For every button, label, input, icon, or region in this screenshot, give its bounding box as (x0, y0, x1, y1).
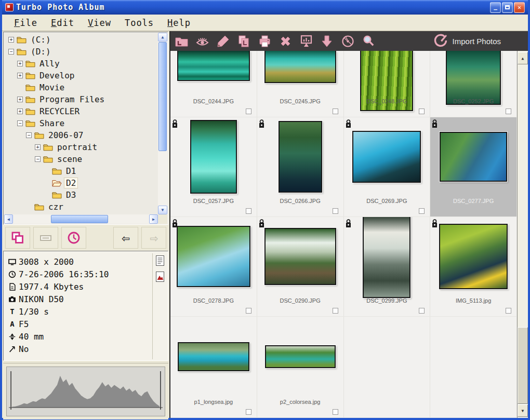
photo-thumbnail[interactable] (446, 51, 501, 105)
tree-expander[interactable]: − (35, 156, 41, 162)
photo-cell[interactable]: DSC_0278.JPG (170, 217, 257, 316)
tree-expander[interactable]: + (17, 109, 23, 114)
photo-thumbnail[interactable] (279, 121, 322, 193)
photo-cell[interactable]: DSC_0266.JPG (257, 117, 344, 216)
tree-item-portrait[interactable]: +portrait (4, 141, 158, 153)
tree-item-recycler[interactable]: +RECYCLER (4, 105, 158, 117)
photo-thumbnail[interactable] (439, 224, 508, 289)
scroll-down-button[interactable]: ▼ (158, 206, 167, 214)
tree-expander[interactable]: − (8, 49, 14, 55)
scroll-left-button[interactable]: ◀ (4, 214, 13, 224)
photo-cell[interactable]: DSC_0245.JPG (257, 51, 344, 117)
tree-item--d-[interactable]: −(D:) (4, 46, 158, 58)
photo-checkbox[interactable] (333, 308, 338, 314)
tree-expander[interactable]: − (17, 120, 23, 126)
tree-expander[interactable]: + (17, 97, 23, 102)
tree-item-2006-07[interactable]: −2006-07 (4, 129, 158, 141)
new-folder-icon[interactable] (175, 34, 189, 48)
photo-thumbnail[interactable] (177, 226, 250, 287)
photo-cell[interactable]: p1_longsea.jpg (170, 317, 257, 417)
back-button[interactable]: ⇦ (113, 227, 138, 249)
image-info-button[interactable] (155, 270, 165, 283)
photo-cell[interactable]: DSC_0252.JPG (430, 51, 517, 117)
search-magnifier-icon[interactable] (362, 34, 376, 48)
scroll-thumb[interactable] (51, 215, 108, 223)
photo-cell[interactable]: p2_colorsea.jpg (257, 317, 344, 417)
photo-thumbnail[interactable] (177, 51, 250, 81)
tree-item-program-files[interactable]: +Program Files (4, 93, 158, 105)
slideshow-icon[interactable] (299, 34, 313, 48)
tree-vertical-scrollbar[interactable]: ▲ ▼ (158, 33, 167, 214)
edit-pencil-icon[interactable] (216, 34, 230, 48)
photo-checkbox[interactable] (333, 208, 338, 214)
photo-thumbnail[interactable] (264, 51, 336, 83)
tree-expander[interactable]: + (8, 37, 14, 43)
tree-expander[interactable]: − (26, 132, 32, 138)
tree-item-share[interactable]: −Share (4, 117, 158, 129)
menu-item-tools[interactable]: Tools (118, 16, 161, 30)
photo-thumbnail[interactable] (178, 342, 249, 371)
menu-item-edit[interactable]: Edit (44, 16, 81, 30)
sort-by-time-button[interactable] (61, 227, 86, 249)
tree-item-ally[interactable]: +Ally (4, 58, 158, 70)
tree-expander[interactable]: + (17, 73, 23, 78)
scroll-up-button[interactable]: ▲ (158, 33, 167, 42)
photo-checkbox[interactable] (246, 109, 251, 114)
tree-item-d2[interactable]: D2 (4, 177, 158, 189)
tree-expander[interactable]: + (35, 144, 41, 150)
import-photos-button[interactable]: Import Photos (432, 33, 501, 50)
photo-checkbox[interactable] (506, 308, 511, 314)
photo-thumbnail[interactable] (190, 120, 237, 194)
tree-item-scene[interactable]: −scene (4, 153, 158, 165)
minimize-button[interactable]: — (490, 2, 501, 13)
photo-cell[interactable]: DSC_0277.JPG (430, 117, 517, 216)
photo-cell[interactable]: DSC_0290.JPG (257, 217, 344, 316)
photo-checkbox[interactable] (333, 109, 338, 114)
tree-item-develop[interactable]: +Develop (4, 70, 158, 82)
view-eye-icon[interactable] (195, 34, 209, 48)
photo-checkbox[interactable] (419, 308, 425, 314)
photo-cell[interactable]: IMG_5113.jpg (430, 217, 517, 316)
tree-item--c-[interactable]: +(C:) (4, 34, 158, 46)
disc-icon[interactable] (341, 34, 355, 48)
tree-item-czr[interactable]: czr (4, 201, 158, 213)
photo-thumbnail[interactable] (352, 131, 421, 183)
tree-item-movie[interactable]: Movie (4, 82, 158, 93)
scroll-thumb[interactable] (518, 327, 528, 404)
grid-vertical-scrollbar[interactable]: ▲ ▼ (517, 51, 528, 418)
text-info-button[interactable] (155, 254, 165, 267)
list-view-button[interactable] (33, 227, 58, 249)
photo-thumbnail[interactable] (265, 345, 336, 368)
scroll-right-button[interactable]: ▶ (149, 214, 158, 224)
photo-checkbox[interactable] (246, 308, 251, 314)
menu-item-file[interactable]: File (7, 16, 44, 30)
maximize-button[interactable] (502, 2, 513, 13)
photo-checkbox[interactable] (333, 409, 338, 415)
photo-thumbnail[interactable] (264, 228, 336, 285)
thumbnail-stack-button[interactable] (5, 227, 30, 249)
photo-thumbnail[interactable] (363, 217, 410, 298)
export-down-icon[interactable] (320, 34, 334, 48)
scroll-thumb[interactable] (158, 42, 167, 151)
copy-pages-icon[interactable] (237, 34, 251, 48)
delete-x-icon[interactable] (279, 34, 293, 48)
photo-checkbox[interactable] (419, 208, 425, 214)
photo-cell[interactable]: DSC_0244.JPG (170, 51, 257, 117)
menu-item-help[interactable]: Help (161, 16, 197, 30)
scroll-up-button[interactable]: ▲ (518, 52, 528, 64)
photo-checkbox[interactable] (419, 109, 425, 114)
scroll-down-button[interactable]: ▼ (518, 404, 528, 417)
photo-cell[interactable]: DSC_0248.JPG (344, 51, 431, 117)
tree-item-d1[interactable]: D1 (4, 165, 158, 177)
close-button[interactable]: ✕ (514, 2, 525, 13)
photo-cell[interactable]: DSC_0269.JPG (344, 117, 431, 216)
photo-checkbox[interactable] (246, 208, 251, 214)
photo-checkbox[interactable] (506, 109, 511, 114)
print-icon[interactable] (258, 34, 272, 48)
tree-horizontal-scrollbar[interactable]: ◀ ▶ (4, 214, 158, 224)
tree-expander[interactable]: + (17, 61, 23, 66)
tree-item-d3[interactable]: D3 (4, 189, 158, 201)
photo-cell[interactable]: DSC_0299.JPG (344, 217, 431, 316)
photo-checkbox[interactable] (246, 409, 251, 415)
photo-thumbnail[interactable] (440, 132, 507, 182)
